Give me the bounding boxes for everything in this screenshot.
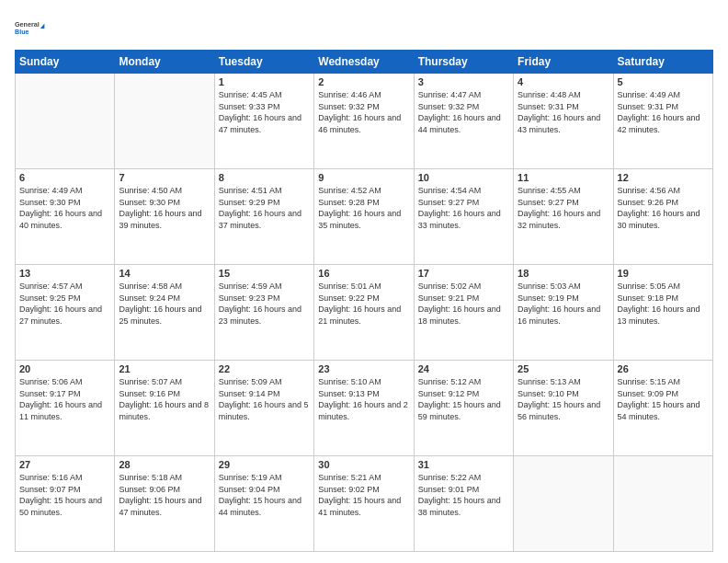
week-row-3: 20Sunrise: 5:06 AMSunset: 9:17 PMDayligh… [16, 361, 713, 456]
cell-info: Sunrise: 4:51 AMSunset: 9:29 PMDaylight:… [219, 185, 310, 231]
day-number: 15 [219, 268, 310, 279]
weekday-header-sunday: Sunday [16, 51, 115, 74]
calendar-cell: 27Sunrise: 5:16 AMSunset: 9:07 PMDayligh… [16, 456, 115, 552]
cell-info: Sunrise: 5:13 AMSunset: 9:10 PMDaylight:… [518, 376, 609, 422]
calendar-cell: 8Sunrise: 4:51 AMSunset: 9:29 PMDaylight… [214, 169, 313, 265]
svg-marker-2 [40, 24, 45, 29]
calendar-cell: 6Sunrise: 4:49 AMSunset: 9:30 PMDaylight… [16, 169, 115, 265]
cell-info: Sunrise: 4:59 AMSunset: 9:23 PMDaylight:… [219, 281, 310, 327]
calendar-cell: 30Sunrise: 5:21 AMSunset: 9:02 PMDayligh… [314, 456, 414, 552]
calendar-cell: 18Sunrise: 5:03 AMSunset: 9:19 PMDayligh… [514, 265, 613, 361]
cell-info: Sunrise: 4:45 AMSunset: 9:33 PMDaylight:… [219, 89, 310, 135]
day-number: 3 [418, 76, 509, 87]
day-number: 2 [318, 76, 409, 87]
weekday-header-saturday: Saturday [613, 51, 712, 74]
calendar-cell: 20Sunrise: 5:06 AMSunset: 9:17 PMDayligh… [16, 361, 115, 456]
day-number: 22 [219, 363, 310, 374]
logo-icon: General Blue [15, 11, 48, 44]
calendar-cell: 17Sunrise: 5:02 AMSunset: 9:21 PMDayligh… [414, 265, 513, 361]
svg-text:Blue: Blue [15, 28, 29, 36]
day-number: 23 [318, 363, 409, 374]
cell-info: Sunrise: 4:47 AMSunset: 9:32 PMDaylight:… [418, 89, 509, 135]
cell-info: Sunrise: 4:55 AMSunset: 9:27 PMDaylight:… [518, 185, 609, 231]
day-number: 8 [219, 172, 310, 183]
week-row-2: 13Sunrise: 4:57 AMSunset: 9:25 PMDayligh… [16, 265, 713, 361]
calendar-cell [115, 74, 214, 169]
day-number: 24 [418, 363, 509, 374]
calendar-cell: 7Sunrise: 4:50 AMSunset: 9:30 PMDaylight… [115, 169, 214, 265]
calendar-cell: 5Sunrise: 4:49 AMSunset: 9:31 PMDaylight… [613, 74, 712, 169]
cell-info: Sunrise: 5:16 AMSunset: 9:07 PMDaylight:… [19, 472, 110, 518]
day-number: 28 [119, 459, 210, 470]
cell-info: Sunrise: 5:10 AMSunset: 9:13 PMDaylight:… [318, 376, 409, 422]
logo: General Blue [15, 11, 48, 44]
cell-info: Sunrise: 4:49 AMSunset: 9:30 PMDaylight:… [19, 185, 110, 231]
cell-info: Sunrise: 5:07 AMSunset: 9:16 PMDaylight:… [119, 376, 210, 422]
calendar-cell: 15Sunrise: 4:59 AMSunset: 9:23 PMDayligh… [214, 265, 313, 361]
cell-info: Sunrise: 4:56 AMSunset: 9:26 PMDaylight:… [618, 185, 709, 231]
cell-info: Sunrise: 5:19 AMSunset: 9:04 PMDaylight:… [219, 472, 310, 518]
page: General Blue SundayMondayTuesdayWednesda… [0, 0, 728, 563]
day-number: 7 [119, 172, 210, 183]
day-number: 31 [418, 459, 509, 470]
calendar-cell: 22Sunrise: 5:09 AMSunset: 9:14 PMDayligh… [214, 361, 313, 456]
calendar-cell: 2Sunrise: 4:46 AMSunset: 9:32 PMDaylight… [314, 74, 414, 169]
cell-info: Sunrise: 4:54 AMSunset: 9:27 PMDaylight:… [418, 185, 509, 231]
calendar-cell: 24Sunrise: 5:12 AMSunset: 9:12 PMDayligh… [414, 361, 513, 456]
calendar-cell: 29Sunrise: 5:19 AMSunset: 9:04 PMDayligh… [214, 456, 313, 552]
calendar-cell: 26Sunrise: 5:15 AMSunset: 9:09 PMDayligh… [613, 361, 712, 456]
cell-info: Sunrise: 5:01 AMSunset: 9:22 PMDaylight:… [318, 281, 409, 327]
cell-info: Sunrise: 5:02 AMSunset: 9:21 PMDaylight:… [418, 281, 509, 327]
day-number: 19 [618, 268, 709, 279]
weekday-header-friday: Friday [514, 51, 613, 74]
day-number: 10 [418, 172, 509, 183]
cell-info: Sunrise: 4:48 AMSunset: 9:31 PMDaylight:… [518, 89, 609, 135]
day-number: 25 [518, 363, 609, 374]
calendar-table: SundayMondayTuesdayWednesdayThursdayFrid… [15, 50, 713, 552]
day-number: 29 [219, 459, 310, 470]
calendar-cell [16, 74, 115, 169]
calendar-cell: 21Sunrise: 5:07 AMSunset: 9:16 PMDayligh… [115, 361, 214, 456]
cell-info: Sunrise: 4:52 AMSunset: 9:28 PMDaylight:… [318, 185, 409, 231]
calendar-cell [514, 456, 613, 552]
weekday-header-monday: Monday [115, 51, 214, 74]
day-number: 21 [119, 363, 210, 374]
calendar-cell: 14Sunrise: 4:58 AMSunset: 9:24 PMDayligh… [115, 265, 214, 361]
day-number: 18 [518, 268, 609, 279]
weekday-header-wednesday: Wednesday [314, 51, 414, 74]
cell-info: Sunrise: 5:18 AMSunset: 9:06 PMDaylight:… [119, 472, 210, 518]
day-number: 26 [618, 363, 709, 374]
calendar-cell: 13Sunrise: 4:57 AMSunset: 9:25 PMDayligh… [16, 265, 115, 361]
day-number: 16 [318, 268, 409, 279]
day-number: 5 [618, 76, 709, 87]
day-number: 1 [219, 76, 310, 87]
calendar-cell: 12Sunrise: 4:56 AMSunset: 9:26 PMDayligh… [613, 169, 712, 265]
day-number: 11 [518, 172, 609, 183]
cell-info: Sunrise: 5:22 AMSunset: 9:01 PMDaylight:… [418, 472, 509, 518]
cell-info: Sunrise: 5:03 AMSunset: 9:19 PMDaylight:… [518, 281, 609, 327]
calendar-cell: 1Sunrise: 4:45 AMSunset: 9:33 PMDaylight… [214, 74, 313, 169]
calendar-cell: 28Sunrise: 5:18 AMSunset: 9:06 PMDayligh… [115, 456, 214, 552]
cell-info: Sunrise: 5:06 AMSunset: 9:17 PMDaylight:… [19, 376, 110, 422]
cell-info: Sunrise: 5:15 AMSunset: 9:09 PMDaylight:… [618, 376, 709, 422]
day-number: 14 [119, 268, 210, 279]
calendar-cell: 31Sunrise: 5:22 AMSunset: 9:01 PMDayligh… [414, 456, 513, 552]
cell-info: Sunrise: 5:21 AMSunset: 9:02 PMDaylight:… [318, 472, 409, 518]
cell-info: Sunrise: 5:09 AMSunset: 9:14 PMDaylight:… [219, 376, 310, 422]
weekday-header-row: SundayMondayTuesdayWednesdayThursdayFrid… [16, 51, 713, 74]
cell-info: Sunrise: 4:57 AMSunset: 9:25 PMDaylight:… [19, 281, 110, 327]
day-number: 30 [318, 459, 409, 470]
day-number: 12 [618, 172, 709, 183]
day-number: 20 [19, 363, 110, 374]
calendar-cell: 19Sunrise: 5:05 AMSunset: 9:18 PMDayligh… [613, 265, 712, 361]
cell-info: Sunrise: 4:50 AMSunset: 9:30 PMDaylight:… [119, 185, 210, 231]
header: General Blue [15, 11, 713, 44]
calendar-cell: 9Sunrise: 4:52 AMSunset: 9:28 PMDaylight… [314, 169, 414, 265]
calendar-cell: 3Sunrise: 4:47 AMSunset: 9:32 PMDaylight… [414, 74, 513, 169]
calendar-cell: 23Sunrise: 5:10 AMSunset: 9:13 PMDayligh… [314, 361, 414, 456]
day-number: 6 [19, 172, 110, 183]
week-row-1: 6Sunrise: 4:49 AMSunset: 9:30 PMDaylight… [16, 169, 713, 265]
weekday-header-tuesday: Tuesday [214, 51, 313, 74]
cell-info: Sunrise: 5:12 AMSunset: 9:12 PMDaylight:… [418, 376, 509, 422]
calendar-cell [613, 456, 712, 552]
